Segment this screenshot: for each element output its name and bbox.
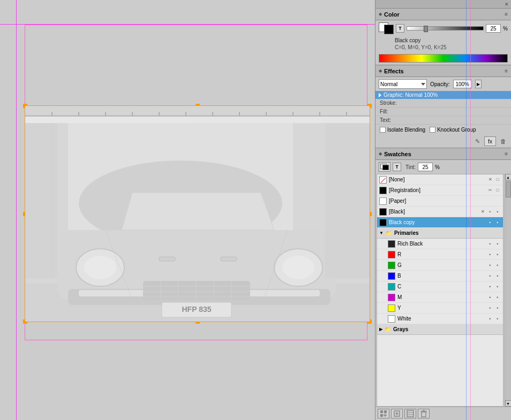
- isolate-blending-label: Isolate Blending: [387, 127, 425, 133]
- swatch-richblack-sq2: ▪: [494, 241, 501, 247]
- canvas-area: HFP 835: [0, 0, 375, 420]
- swatch-row-black-copy[interactable]: Black copy ▪ ▪: [377, 217, 503, 228]
- tint-slider[interactable]: [407, 26, 484, 30]
- blend-mode-select[interactable]: Normal: [379, 79, 427, 89]
- paper-swatch-color: [379, 197, 387, 205]
- swatches-list[interactable]: [None] ✕ □ [Registration] ✂ □: [377, 174, 504, 407]
- color-controls-row: T 25 %: [375, 20, 511, 36]
- delete-effect-btn[interactable]: 🗑: [498, 136, 508, 146]
- swatch-row-white[interactable]: White ▪ ▪: [377, 314, 503, 324]
- swatch-reg-scissors-icon: ✂: [487, 187, 493, 194]
- swatches-panel-title: Swatches: [384, 151, 411, 157]
- swatch-r-sq1: ▪: [487, 251, 493, 258]
- swatches-scrollbar[interactable]: ▲ ▼: [505, 174, 511, 407]
- color-swatch-box[interactable]: [379, 22, 394, 34]
- edit-pencil-btn[interactable]: ✎: [472, 136, 482, 146]
- folder-row-primaries[interactable]: ▼ 📁 Primaries: [377, 228, 503, 239]
- swatch-options-btn[interactable]: [404, 409, 416, 418]
- knockout-group-item[interactable]: Knockout Group: [430, 127, 476, 133]
- effects-graphic-item[interactable]: Graphic: Normal 100%: [375, 91, 511, 99]
- swatch-row-registration[interactable]: [Registration] ✂ □: [377, 185, 503, 196]
- registration-swatch-color: [379, 187, 387, 194]
- swatch-row-m[interactable]: M ▪ ▪: [377, 292, 503, 303]
- opacity-arrow-btn[interactable]: ▶: [475, 80, 482, 88]
- white-swatch-color: [388, 315, 395, 323]
- folder-name-grays: Grays: [393, 326, 408, 332]
- effects-text-label: Text:: [380, 117, 391, 123]
- car-body-container: HFP 835: [25, 123, 370, 322]
- opacity-value-box[interactable]: 100%: [453, 80, 472, 88]
- isolate-blending-checkbox[interactable]: [380, 127, 386, 133]
- color-panel-triangle: ◆: [379, 12, 382, 17]
- swatches-panel-title-bar: ◆ Swatches ≡: [375, 148, 511, 160]
- swatch-name-b: B: [397, 273, 485, 279]
- color-values-row: C=0, M=0, Y=0, K=25: [375, 44, 511, 52]
- new-color-group-btn[interactable]: [378, 409, 389, 418]
- swatch-r-sq2: ▪: [494, 251, 501, 258]
- guide-line-vertical-left: [16, 0, 17, 420]
- right-panel: ✕ ◆ Color ≡ T 25 % Bl: [375, 0, 511, 420]
- swatch-black-sq1-icon: ▪: [487, 209, 493, 215]
- color-panel: ◆ Color ≡ T 25 % Black copy: [375, 9, 511, 65]
- gradient-svg: [379, 55, 507, 62]
- swatch-name-paper: [Paper]: [389, 198, 501, 204]
- car-body-svg: HFP 835: [25, 123, 370, 322]
- swatch-row-paper[interactable]: [Paper]: [377, 196, 503, 207]
- m-swatch-color: [388, 294, 395, 301]
- swatch-row-none[interactable]: [None] ✕ □: [377, 174, 503, 185]
- effects-sub-rows: Stroke: Fill: Text:: [375, 99, 511, 125]
- scroll-arrow-up[interactable]: ▲: [505, 174, 512, 180]
- effects-panel-menu-btn[interactable]: ≡: [505, 68, 508, 74]
- svg-rect-53: [380, 414, 383, 417]
- swatches-tint-value[interactable]: 25: [418, 163, 433, 171]
- swatch-row-y[interactable]: Y ▪ ▪: [377, 303, 503, 314]
- color-gradient-bar[interactable]: [379, 54, 508, 63]
- delete-swatch-icon: [420, 410, 427, 417]
- color-panel-menu-btn[interactable]: ≡: [505, 11, 508, 17]
- knockout-group-checkbox[interactable]: [430, 127, 435, 133]
- swatch-row-r[interactable]: R ▪ ▪: [377, 249, 503, 260]
- swatch-row-black[interactable]: [Black] ✕ ▪ ▪: [377, 207, 503, 217]
- effects-fill-label: Fill:: [380, 109, 388, 114]
- effects-panel-triangle: ◆: [379, 68, 382, 73]
- swatch-selector-bg: [382, 165, 389, 170]
- swatches-panel-menu-btn[interactable]: ≡: [505, 151, 508, 157]
- fx-button[interactable]: fx: [484, 136, 496, 146]
- swatches-panel: ◆ Swatches ≡ T Tint: 25 % [None]: [375, 148, 511, 420]
- y-swatch-color: [388, 304, 395, 312]
- swatch-row-g[interactable]: G ▪ ▪: [377, 260, 503, 271]
- bg-color-swatch[interactable]: [384, 25, 394, 34]
- swatch-icons-registration: ✂ □: [487, 187, 501, 194]
- new-swatch-icon: [393, 410, 401, 417]
- new-swatch-btn[interactable]: [391, 409, 403, 418]
- swatches-tint-label: Tint:: [405, 164, 416, 170]
- effects-panel-title-bar: ◆ Effects ≡: [375, 65, 511, 77]
- swatch-fg-bg-selector[interactable]: [379, 162, 390, 172]
- folder-row-grays[interactable]: ▶ 📁 Grays: [377, 324, 503, 335]
- scroll-arrow-down[interactable]: ▼: [505, 400, 512, 407]
- effects-stroke-row: Stroke:: [375, 99, 511, 108]
- svg-rect-50: [379, 55, 507, 62]
- swatch-black-x-icon: ✕: [479, 209, 486, 215]
- swatch-icons-black: ✕ ▪ ▪: [479, 209, 501, 215]
- swatch-blackcopy-sq2-icon: ▪: [494, 219, 501, 226]
- svg-rect-62: [422, 412, 426, 417]
- swatch-none-box-icon: □: [494, 177, 501, 183]
- swatches-bottom-bar: [375, 407, 511, 420]
- isolate-blending-item[interactable]: Isolate Blending: [380, 127, 425, 133]
- scroll-thumb[interactable]: [506, 181, 511, 197]
- panel-close-icon[interactable]: ✕: [505, 2, 509, 7]
- tint-value-box[interactable]: 25: [486, 24, 501, 33]
- swatch-row-c[interactable]: C ▪ ▪: [377, 281, 503, 292]
- image-frame[interactable]: HFP 835: [25, 105, 370, 322]
- swatch-row-rich-black[interactable]: Rich Black ▪ ▪: [377, 239, 503, 249]
- swatch-t-button[interactable]: T: [393, 163, 401, 171]
- swatch-name-white: White: [397, 316, 485, 322]
- folder-icon-grays: 📁: [385, 326, 391, 332]
- swatch-row-b[interactable]: B ▪ ▪: [377, 271, 503, 281]
- color-t-button[interactable]: T: [396, 24, 404, 33]
- tint-percent-label: %: [503, 26, 508, 32]
- tint-slider-thumb[interactable]: [424, 26, 428, 32]
- none-swatch-color: [379, 176, 387, 184]
- delete-swatch-btn[interactable]: [418, 409, 430, 418]
